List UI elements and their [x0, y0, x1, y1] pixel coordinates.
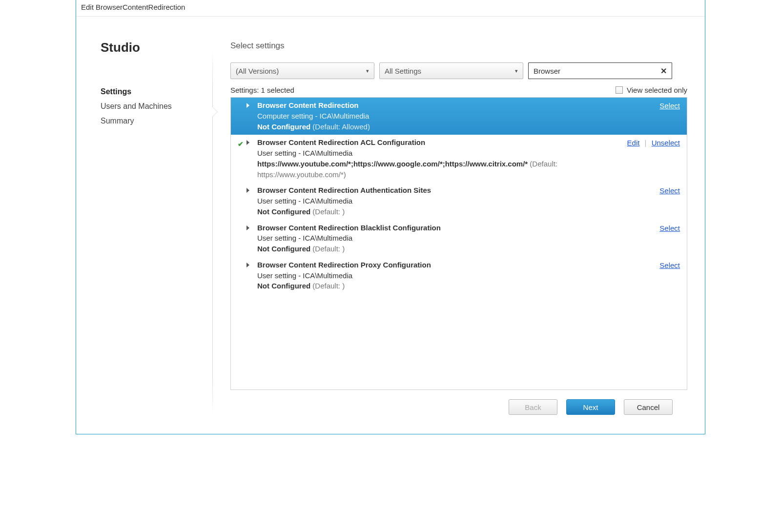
cancel-button[interactable]: Cancel [624, 399, 673, 415]
back-button[interactable]: Back [509, 399, 557, 415]
setting-title: Browser Content Redirection Blacklist Co… [257, 223, 655, 233]
setting-state: Not Configured (Default: ) [257, 206, 655, 217]
brand-title: Studio [101, 40, 198, 55]
expand-toggle[interactable] [247, 100, 254, 132]
row-actions: Select [655, 185, 680, 217]
sidebar-notch [212, 107, 217, 117]
row-content: Browser Content Redirection Computer set… [254, 100, 655, 132]
count-row: Settings: 1 selected View selected only [230, 86, 687, 94]
clear-search-icon[interactable]: ✕ [659, 66, 668, 76]
setting-state-def: (Default: ) [312, 245, 345, 253]
scope-dropdown-value: All Settings [385, 67, 421, 75]
action-separator: | [645, 139, 647, 147]
setting-state-bold: Not Configured [257, 207, 310, 216]
sidebar-item-users-and-machines[interactable]: Users and Machines [101, 99, 198, 114]
row-content: Browser Content Redirection ACL Configur… [254, 137, 622, 180]
checkbox-icon[interactable] [616, 86, 623, 94]
row-actions: Select [655, 100, 680, 132]
setting-row[interactable]: Browser Content Redirection Computer set… [231, 98, 687, 135]
expand-toggle[interactable] [247, 223, 254, 254]
setting-state-bold: Not Configured [257, 282, 310, 290]
select-link[interactable]: Select [659, 224, 680, 232]
edit-link[interactable]: Edit [627, 139, 640, 147]
dialog-body: Studio Settings Users and Machines Summa… [76, 17, 705, 434]
window-title: Edit BrowserContentRedirection [76, 0, 705, 17]
row-check-col [235, 185, 247, 217]
triangle-right-icon [247, 103, 249, 108]
setting-row[interactable]: Browser Content Redirection Proxy Config… [231, 257, 687, 294]
chevron-down-icon: ▾ [515, 68, 518, 74]
row-content: Browser Content Redirection Authenticati… [254, 185, 655, 217]
dialog-window: Edit BrowserContentRedirection Studio Se… [76, 0, 705, 434]
select-link[interactable]: Select [659, 102, 680, 110]
check-icon: ✔ [238, 139, 244, 149]
setting-sub: User setting - ICA\Multimedia [257, 270, 655, 281]
setting-state-bold: Not Configured [257, 123, 310, 131]
setting-title: Browser Content Redirection Proxy Config… [257, 260, 655, 270]
setting-title: Browser Content Redirection [257, 100, 655, 111]
next-button[interactable]: Next [566, 399, 615, 415]
setting-sub: User setting - ICA\Multimedia [257, 148, 622, 159]
sidebar-item-settings[interactable]: Settings [101, 84, 198, 99]
sidebar: Studio Settings Users and Machines Summa… [76, 17, 213, 434]
setting-state: https://www.youtube.com/*;https://www.go… [257, 159, 622, 180]
unselect-link[interactable]: Unselect [652, 139, 680, 147]
search-input[interactable] [533, 66, 659, 76]
sidebar-item-summary[interactable]: Summary [101, 114, 198, 128]
setting-state-def: (Default: ) [312, 282, 345, 290]
row-content: Browser Content Redirection Blacklist Co… [254, 223, 655, 254]
setting-sub: User setting - ICA\Multimedia [257, 196, 655, 206]
setting-state: Not Configured (Default: ) [257, 244, 655, 254]
row-check-col [235, 260, 247, 291]
setting-state-bold: Not Configured [257, 245, 310, 253]
triangle-right-icon [247, 188, 249, 193]
setting-state-def: (Default: ) [312, 207, 345, 216]
triangle-right-icon [247, 140, 249, 145]
row-actions: Select [655, 223, 680, 254]
setting-title: Browser Content Redirection Authenticati… [257, 185, 655, 196]
version-dropdown-value: (All Versions) [236, 67, 279, 75]
search-box[interactable]: ✕ [528, 62, 672, 79]
triangle-right-icon [247, 263, 249, 267]
row-check-col [235, 100, 247, 132]
chevron-down-icon: ▾ [366, 68, 369, 74]
setting-row[interactable]: ✔ Browser Content Redirection ACL Config… [231, 135, 687, 183]
expand-toggle[interactable] [247, 260, 254, 291]
setting-state-def: (Default: Allowed) [312, 123, 370, 131]
count-value: 1 selected [261, 86, 294, 94]
view-selected-only-wrap[interactable]: View selected only [616, 86, 687, 94]
settings-list[interactable]: Browser Content Redirection Computer set… [230, 97, 687, 390]
filter-row: (All Versions) ▾ All Settings ▾ ✕ [230, 62, 687, 79]
setting-row[interactable]: Browser Content Redirection Authenticati… [231, 183, 687, 220]
row-actions: Edit | Unselect [622, 137, 680, 180]
row-check-col: ✔ [235, 137, 247, 180]
select-link[interactable]: Select [659, 186, 680, 195]
setting-state: Not Configured (Default: ) [257, 281, 655, 291]
setting-sub: Computer setting - ICA\Multimedia [257, 111, 655, 122]
main-heading: Select settings [230, 41, 687, 51]
view-selected-only-label: View selected only [627, 86, 687, 94]
row-actions: Select [655, 260, 680, 291]
scope-dropdown[interactable]: All Settings ▾ [379, 62, 523, 79]
count-label: Settings: [230, 86, 259, 94]
setting-state: Not Configured (Default: Allowed) [257, 122, 655, 132]
triangle-right-icon [247, 225, 249, 230]
row-content: Browser Content Redirection Proxy Config… [254, 260, 655, 291]
select-link[interactable]: Select [659, 261, 680, 269]
setting-state-bold: https://www.youtube.com/*;https://www.go… [257, 160, 528, 168]
setting-title: Browser Content Redirection ACL Configur… [257, 137, 622, 148]
expand-toggle[interactable] [247, 185, 254, 217]
count-left: Settings: 1 selected [230, 86, 294, 94]
footer: Back Next Cancel [230, 390, 687, 424]
setting-row[interactable]: Browser Content Redirection Blacklist Co… [231, 220, 687, 257]
setting-sub: User setting - ICA\Multimedia [257, 233, 655, 244]
expand-toggle[interactable] [247, 137, 254, 180]
version-dropdown[interactable]: (All Versions) ▾ [230, 62, 374, 79]
row-check-col [235, 223, 247, 254]
main-panel: Select settings (All Versions) ▾ All Set… [213, 17, 705, 434]
